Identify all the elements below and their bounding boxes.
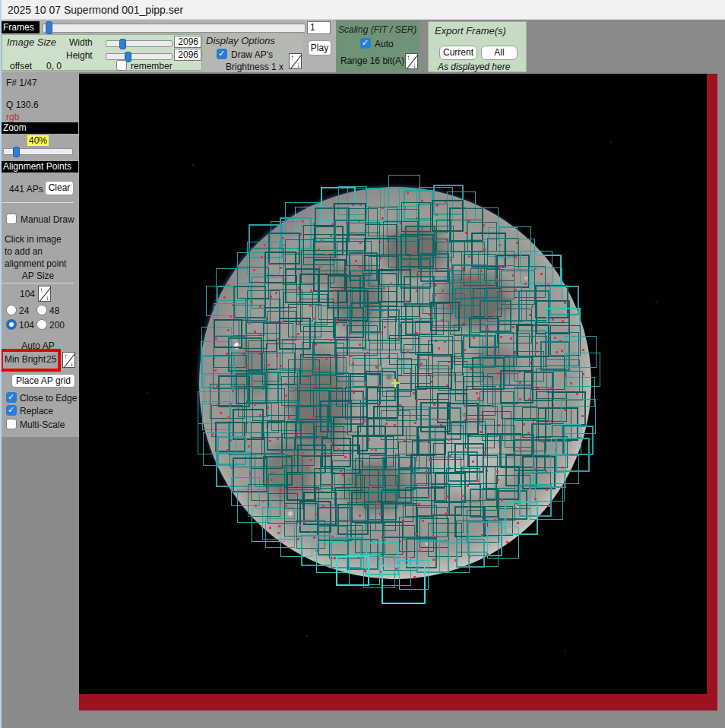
multi-scale-label: Multi-Scale — [20, 419, 65, 430]
manual-draw-label: Manual Draw — [21, 214, 74, 225]
export-frames-title: Export Frame(s) — [435, 25, 506, 36]
arrow-up-icon[interactable]: ↑ — [40, 286, 43, 294]
ap-size-label: AP Size — [0, 271, 76, 281]
radio-ap-24-label: 24 — [19, 305, 29, 316]
play-button[interactable]: Play — [308, 40, 331, 55]
radio-ap-200-label: 200 — [49, 320, 65, 331]
arrow-down-icon[interactable]: ↓ — [70, 359, 74, 368]
ap-center-dot — [227, 329, 230, 331]
window-title: 2025 10 07 Supermond 001_pipp.ser — [8, 4, 183, 16]
multi-scale-checkbox[interactable]: ✓ — [6, 419, 17, 429]
frames-slider[interactable] — [43, 24, 306, 33]
ap-center-dot — [414, 252, 416, 254]
ap-center-dot — [484, 451, 486, 454]
width-value-field[interactable]: 2096 — [174, 36, 201, 48]
offset-label: offset — [10, 61, 32, 71]
radio-ap-48-label: 48 — [49, 305, 59, 316]
width-slider-thumb[interactable] — [119, 39, 126, 49]
ap-center-dot — [345, 266, 347, 268]
zoom-slider[interactable] — [3, 148, 73, 155]
toolbar: Frames 1 Image Size Width 2096 Height 20… — [0, 20, 725, 72]
height-value-field[interactable]: 2096 — [174, 49, 201, 61]
scaling-panel: Scaling (FIT / SER) ✓ Auto Range 16 bit(… — [336, 21, 419, 72]
ap-center-dot — [445, 512, 448, 514]
replace-label: Replace — [20, 406, 53, 416]
min-bright-stepper[interactable]: ↑ ↓ — [62, 352, 75, 368]
ap-center-dot — [345, 431, 347, 433]
image-viewport[interactable] — [79, 74, 707, 694]
check-icon: ✓ — [218, 49, 225, 59]
horizontal-scrollbar[interactable] — [79, 694, 707, 711]
ap-center-dot — [314, 385, 316, 387]
min-bright-value[interactable]: 25 — [46, 354, 56, 365]
arrow-down-icon[interactable]: ↓ — [413, 61, 416, 69]
min-bright-annotation-box: Min Bright 25 — [0, 349, 61, 372]
ap-center-dot — [561, 350, 563, 352]
ap-center-dot — [524, 283, 527, 285]
radio-ap-24[interactable] — [6, 305, 17, 315]
width-slider[interactable] — [106, 40, 173, 47]
vertical-scrollbar[interactable] — [707, 74, 717, 711]
ap-center-dot — [393, 485, 395, 487]
frames-slider-thumb[interactable] — [46, 21, 52, 34]
alignment-point-box-highlight[interactable] — [381, 565, 426, 604]
arrow-down-icon[interactable]: ↓ — [296, 61, 300, 69]
radio-ap-104-label: 104 — [19, 320, 34, 331]
draw-aps-checkbox[interactable]: ✓ — [217, 49, 227, 59]
ap-center-dot — [279, 450, 281, 452]
arrow-up-icon[interactable]: ↑ — [64, 352, 68, 360]
manual-draw-checkbox[interactable]: ✓ — [6, 214, 17, 224]
ap-center-dot — [259, 414, 261, 416]
ap-center-dot — [479, 498, 481, 500]
min-bright-label: Min Bright — [5, 354, 46, 365]
close-to-edge-checkbox[interactable]: ✓ — [6, 392, 17, 403]
export-all-button[interactable]: All — [481, 46, 518, 60]
scaling-auto-checkbox[interactable]: ✓ — [360, 38, 371, 49]
ap-center-dot — [414, 422, 416, 424]
ap-center-dot — [280, 365, 283, 367]
ap-center-dot — [334, 302, 337, 304]
range-stepper[interactable]: ↑ ↓ — [405, 53, 418, 69]
ap-center-dot — [359, 514, 361, 517]
zoom-slider-thumb[interactable] — [13, 147, 20, 157]
ap-center-dot — [248, 445, 250, 448]
ap-center-dot — [280, 489, 283, 491]
radio-ap-200[interactable] — [36, 319, 47, 330]
ap-center-dot — [446, 495, 448, 498]
offset-value: 0, 0 — [46, 61, 62, 71]
brightness-stepper[interactable]: ↑ ↓ — [289, 53, 302, 69]
scaling-range-label: Range 16 bit(A) — [340, 55, 404, 66]
ap-center-dot — [562, 467, 564, 469]
ap-layer — [79, 74, 707, 694]
alignment-point-box-highlight[interactable] — [336, 555, 369, 586]
radio-ap-104[interactable] — [6, 319, 17, 330]
ap-size-value: 104 — [18, 289, 35, 299]
remember-checkbox[interactable]: ✓ — [116, 60, 127, 71]
place-ap-grid-button[interactable]: Place AP grid — [11, 374, 75, 388]
ap-center-dot — [486, 553, 489, 555]
ap-center-dot — [226, 449, 229, 451]
ap-center-dot — [548, 505, 550, 507]
height-slider[interactable] — [106, 53, 173, 60]
arrow-down-icon[interactable]: ↓ — [46, 293, 49, 302]
ap-center-dot — [432, 559, 435, 561]
ap-center-dot — [428, 495, 430, 498]
ap-center-dot — [259, 333, 261, 335]
remember-label: remember — [131, 61, 173, 71]
hint-line-3: alignment point — [5, 258, 66, 269]
alignment-point-box[interactable] — [468, 537, 499, 567]
replace-checkbox[interactable]: ✓ — [6, 405, 17, 416]
check-icon: ✓ — [8, 392, 14, 402]
frames-value-field[interactable]: 1 — [307, 21, 331, 34]
export-current-button[interactable]: Current — [439, 46, 477, 60]
ap-center-dot — [517, 522, 519, 524]
radio-ap-48[interactable] — [36, 305, 47, 315]
image-center-cross-icon — [394, 379, 396, 388]
height-label: Height — [66, 50, 93, 61]
ap-size-stepper[interactable]: ↑ ↓ — [38, 286, 51, 302]
arrow-up-icon[interactable]: ↑ — [407, 53, 410, 62]
brightness-label: Brightness 1 x — [226, 62, 283, 72]
ap-center-dot — [528, 398, 530, 400]
clear-button[interactable]: Clear — [45, 181, 74, 195]
arrow-up-icon[interactable]: ↑ — [290, 53, 294, 62]
